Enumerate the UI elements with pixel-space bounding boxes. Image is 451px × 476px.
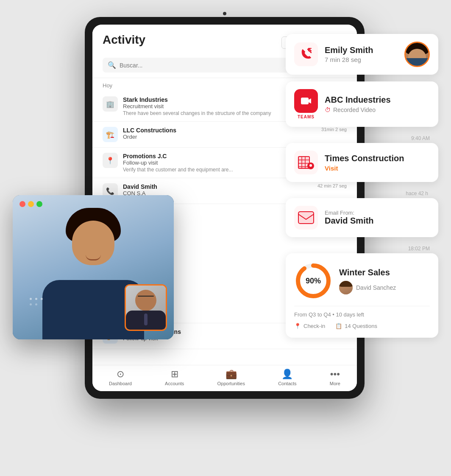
call-card[interactable]: Emily Smith 7 min 28 seg (286, 34, 438, 75)
phone-icon (299, 48, 313, 61)
accounts-icon: ⊞ (171, 369, 178, 380)
teams-card[interactable]: TEAMS ABC Induestries ⏱ Recorded Video (286, 81, 438, 127)
nav-item-accounts[interactable]: ⊞ Accounts (165, 369, 184, 386)
call-time: 7 min 28 seg (325, 56, 398, 63)
dashboard-icon: ⊙ (117, 369, 124, 380)
donut-chart: 90% (294, 262, 332, 300)
checkin-action[interactable]: 📍 Check-in (294, 323, 325, 329)
nav-label: Accounts (165, 381, 184, 386)
email-icon-wrap (294, 206, 318, 230)
progress-time-label: 18:02 PM (286, 244, 438, 253)
item-icon: 🏗️ (103, 127, 118, 142)
right-panel: Emily Smith 7 min 28 seg (286, 34, 438, 344)
teams-label: TEAMS (298, 115, 315, 119)
video-mini (125, 284, 167, 331)
contacts-icon: 👤 (281, 369, 293, 380)
item-company: David Smith (123, 183, 312, 190)
clock-icon: ⏱ (325, 106, 331, 113)
video-main (13, 195, 174, 339)
teams-name: ABC Induestries (325, 95, 430, 105)
donut-percent: 90% (306, 277, 321, 286)
nav-label: Dashboard (109, 381, 132, 386)
progress-card[interactable]: 90% Winter Sales David Sanchez From Q3 t… (286, 253, 438, 338)
item-icon: 📍 (103, 153, 118, 168)
nav-item-opportunities[interactable]: 💼 Opportunities (217, 369, 245, 386)
email-card[interactable]: Email From: David Smith (286, 198, 438, 237)
progress-title: Winter Sales (339, 268, 430, 277)
item-icon: 🏢 (103, 96, 118, 112)
page-title: Activity (103, 33, 145, 47)
progress-footer: 📍 Check-in 📋 14 Questions (294, 323, 430, 329)
email-icon (298, 211, 315, 224)
visit-icon-wrap (294, 151, 318, 174)
email-from: Email From: (325, 210, 430, 216)
bottom-nav: ⊙ Dashboard ⊞ Accounts 💼 Opportunities 👤… (92, 365, 357, 391)
video-camera-icon (300, 95, 312, 107)
call-name: Emily Smith (325, 45, 398, 55)
maximize-button[interactable] (36, 201, 42, 207)
nav-label: Contacts (278, 381, 296, 386)
window-controls (19, 201, 42, 207)
nav-label: More (330, 381, 340, 386)
minimize-button[interactable] (28, 201, 34, 207)
svg-rect-0 (301, 98, 309, 104)
visit-time-label: 9:40 AM (286, 134, 438, 143)
building-location-icon (297, 153, 315, 172)
video-call[interactable] (13, 195, 174, 339)
svg-point-9 (309, 164, 312, 167)
checkin-icon: 📍 (294, 323, 301, 329)
teams-icon (294, 89, 318, 113)
questions-action[interactable]: 📋 14 Questions (335, 323, 377, 329)
person-avatar (339, 281, 353, 294)
nav-item-more[interactable]: ••• More (330, 369, 340, 386)
nav-item-dashboard[interactable]: ⊙ Dashboard (109, 369, 132, 386)
teams-sub: ⏱ Recorded Video (325, 106, 430, 113)
search-icon: 🔍 (108, 61, 116, 69)
progress-meta: From Q3 to Q4 • 10 days left (294, 306, 430, 318)
svg-rect-10 (298, 212, 314, 224)
call-icon-wrap (294, 42, 318, 66)
tablet-home-button (223, 12, 226, 15)
more-icon: ••• (330, 369, 340, 380)
close-button[interactable] (19, 201, 25, 207)
call-avatar (404, 42, 430, 67)
opportunities-icon: 💼 (226, 369, 237, 380)
visit-card[interactable]: Times Construction Visit (286, 143, 438, 182)
nav-label: Opportunities (217, 381, 245, 386)
person-name: David Sanchez (356, 284, 396, 291)
nav-item-contacts[interactable]: 👤 Contacts (278, 369, 296, 386)
email-time-label: hace 42 h (397, 189, 437, 198)
visit-name: Times Construction (325, 154, 430, 163)
questions-icon: 📋 (335, 323, 342, 329)
visit-type: Visit (325, 165, 430, 172)
email-name: David Smith (325, 216, 430, 226)
